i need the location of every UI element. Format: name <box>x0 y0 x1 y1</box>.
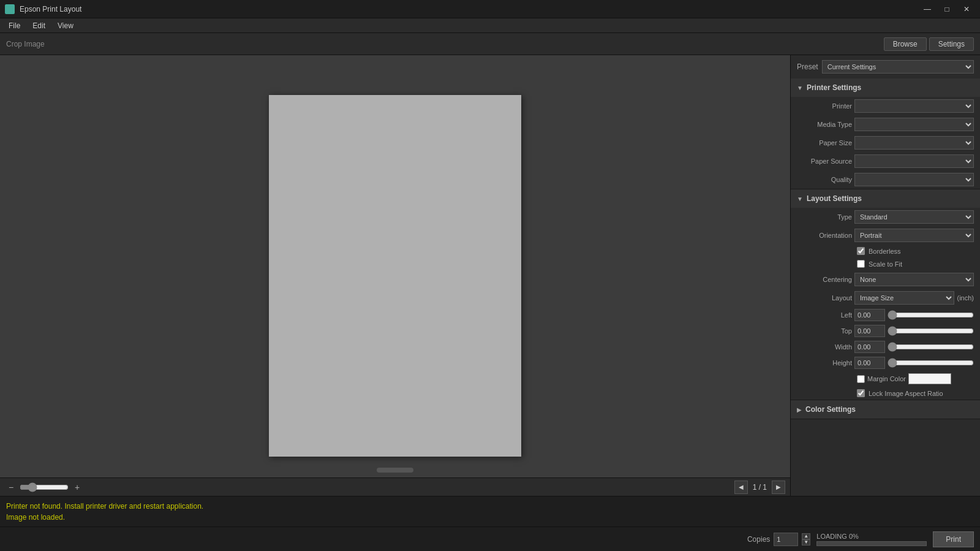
left-row: Left 0.00 <box>791 307 980 323</box>
paper-source-select[interactable] <box>854 154 974 168</box>
centering-select[interactable]: None <box>854 273 974 286</box>
orientation-select[interactable]: Portrait <box>854 229 974 242</box>
copies-row: Copies 1 ▲ ▼ <box>747 533 810 546</box>
orientation-row: Orientation Portrait <box>791 226 980 245</box>
layout-settings-header[interactable]: ▼ Layout Settings <box>791 189 980 208</box>
width-label: Width <box>797 343 852 351</box>
borderless-row: Borderless <box>791 245 980 257</box>
paper-size-label: Paper Size <box>797 139 852 146</box>
type-select[interactable]: Standard <box>854 210 974 224</box>
pagination: ◀ 1 / 1 ▶ <box>734 481 785 494</box>
paper-size-select[interactable] <box>854 136 974 150</box>
left-slider[interactable] <box>888 310 974 320</box>
status-bar: Printer not found. Install printer drive… <box>0 496 980 526</box>
app-icon <box>5 4 15 14</box>
maximize-button[interactable]: □ <box>938 3 956 15</box>
copies-down-button[interactable]: ▼ <box>802 539 810 545</box>
status-line2: Image not loaded. <box>6 512 203 523</box>
menu-edit[interactable]: Edit <box>26 20 51 31</box>
type-row: Type Standard <box>791 208 980 226</box>
paper-source-row: Paper Source <box>791 152 980 170</box>
layout-settings-arrow: ▼ <box>797 196 803 202</box>
color-settings-section: ▶ Color Settings <box>791 400 980 419</box>
copies-spinners: ▲ ▼ <box>802 533 810 545</box>
layout-select[interactable]: Image Size <box>854 291 954 305</box>
scale-to-fit-label: Scale to Fit <box>869 260 902 268</box>
paper-source-label: Paper Source <box>797 158 852 165</box>
printer-settings-header[interactable]: ▼ Printer Settings <box>791 78 980 97</box>
width-slider[interactable] <box>888 342 974 352</box>
margin-color-checkbox[interactable] <box>857 375 865 383</box>
close-button[interactable]: ✕ <box>958 3 975 15</box>
width-row: Width 0.00 <box>791 339 980 355</box>
layout-settings-section: ▼ Layout Settings Type Standard Orientat… <box>791 189 980 400</box>
height-slider[interactable] <box>888 358 974 368</box>
print-button[interactable]: Print <box>933 531 974 547</box>
printer-label: Printer <box>797 102 852 110</box>
page-indicator: 1 / 1 <box>750 483 769 492</box>
prev-page-button[interactable]: ◀ <box>734 481 748 494</box>
preset-select[interactable]: Current Settings <box>822 60 974 74</box>
copies-up-button[interactable]: ▲ <box>802 533 810 539</box>
color-settings-arrow: ▶ <box>797 406 802 413</box>
loading-label: LOADING 0% <box>816 533 858 540</box>
horizontal-scrollbar[interactable] <box>377 468 413 473</box>
borderless-checkbox[interactable] <box>857 247 865 255</box>
printer-row: Printer <box>791 97 980 115</box>
scale-to-fit-checkbox[interactable] <box>857 260 865 268</box>
copies-input[interactable]: 1 <box>774 533 798 546</box>
minimize-button[interactable]: — <box>919 3 936 15</box>
status-line1: Printer not found. Install printer drive… <box>6 501 203 512</box>
zoom-slider[interactable] <box>20 482 69 492</box>
height-input[interactable]: 0.00 <box>854 357 885 369</box>
toolbar-right: Browse Settings <box>884 37 974 51</box>
quality-label: Quality <box>797 176 852 183</box>
scale-to-fit-row: Scale to Fit <box>791 257 980 270</box>
browse-button[interactable]: Browse <box>884 37 927 51</box>
layout-settings-title: Layout Settings <box>807 194 862 203</box>
menu-view[interactable]: View <box>51 20 80 31</box>
printer-select[interactable] <box>854 99 974 113</box>
zoom-out-button[interactable]: − <box>5 481 17 493</box>
margin-color-row: Margin Color <box>791 371 980 387</box>
quality-select[interactable] <box>854 173 974 186</box>
top-slider[interactable] <box>888 326 974 336</box>
borderless-label: Borderless <box>869 248 901 255</box>
left-input[interactable]: 0.00 <box>854 309 885 321</box>
right-panel: Preset Current Settings ▼ Printer Settin… <box>790 55 980 496</box>
top-input[interactable]: 0.00 <box>854 325 885 337</box>
loading-bar-track <box>816 541 927 546</box>
margin-color-swatch[interactable] <box>908 373 951 384</box>
media-type-label: Media Type <box>797 121 852 128</box>
media-type-select[interactable] <box>854 118 974 131</box>
width-input[interactable]: 0.00 <box>854 341 885 353</box>
menu-file[interactable]: File <box>2 20 26 31</box>
zoom-controls: − + <box>5 481 83 493</box>
margin-color-label: Margin Color <box>867 375 906 382</box>
canvas-area: − + ◀ 1 / 1 ▶ <box>0 55 790 496</box>
preset-label: Preset <box>797 63 818 71</box>
loading-bar-area: LOADING 0% <box>816 533 927 546</box>
orientation-label: Orientation <box>797 232 852 239</box>
toolbar: Crop Image Browse Settings <box>0 33 980 55</box>
zoom-in-button[interactable]: + <box>71 481 83 493</box>
lock-aspect-ratio-label: Lock Image Aspect Ratio <box>869 390 943 397</box>
layout-unit: (inch) <box>957 294 974 302</box>
centering-row: Centering None <box>791 270 980 289</box>
canvas-footer: − + ◀ 1 / 1 ▶ <box>0 477 790 496</box>
settings-button[interactable]: Settings <box>929 37 974 51</box>
lock-aspect-ratio-checkbox[interactable] <box>857 389 865 397</box>
crop-image-label: Crop Image <box>6 40 45 48</box>
centering-label: Centering <box>797 276 852 283</box>
status-text: Printer not found. Install printer drive… <box>6 501 203 523</box>
color-settings-header[interactable]: ▶ Color Settings <box>791 400 980 419</box>
type-label: Type <box>797 213 852 221</box>
title-bar-text: Epson Print Layout <box>20 5 914 13</box>
layout-label: Layout <box>797 294 852 302</box>
lock-aspect-ratio-row: Lock Image Aspect Ratio <box>791 387 980 400</box>
layout-row: Layout Image Size (inch) <box>791 289 980 307</box>
next-page-button[interactable]: ▶ <box>772 481 785 494</box>
media-type-row: Media Type <box>791 115 980 134</box>
top-row: Top 0.00 <box>791 323 980 339</box>
page-preview <box>269 95 521 457</box>
